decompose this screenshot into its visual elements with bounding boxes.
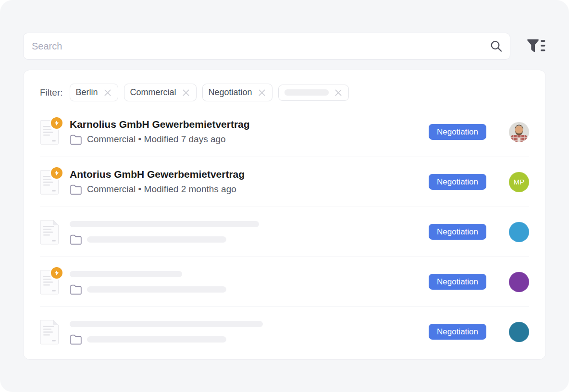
row-meta-text: Commercial • Modified 7 days ago — [87, 133, 226, 146]
skeleton-meta-bar — [87, 336, 226, 343]
avatar[interactable] — [509, 222, 529, 242]
chip-label: Berlin — [76, 87, 98, 98]
chip-skeleton-bar — [284, 89, 329, 96]
filter-chips: Berlin Commercial Negotiation — [70, 84, 349, 101]
filter-row: Filter: Berlin Commercial Negotiation — [24, 70, 545, 107]
filter-chip[interactable] — [278, 85, 349, 101]
filter-icon — [527, 38, 546, 54]
document-row[interactable]: Negotiation — [40, 307, 529, 356]
avatar[interactable] — [509, 122, 529, 142]
filter-label: Filter: — [40, 87, 63, 98]
row-meta — [70, 333, 429, 345]
document-row[interactable]: Karnolius GmbH Gewerbemietvertrag Commer… — [40, 107, 529, 157]
row-title: Antorius GmbH Gewerbemietvertrag — [70, 168, 429, 181]
avatar[interactable] — [509, 322, 529, 342]
app-screen: Filter: Berlin Commercial Negotiation — [0, 0, 569, 392]
filter-chip[interactable]: Commercial — [124, 84, 197, 101]
row-text — [70, 218, 429, 245]
bolt-badge-icon — [49, 116, 64, 130]
top-bar — [23, 33, 548, 60]
skeleton-meta-bar — [87, 236, 226, 243]
row-text: Antorius GmbH Gewerbemietvertrag Commerc… — [70, 168, 429, 196]
row-meta: Commercial • Modified 2 months ago — [70, 183, 429, 196]
search-bar — [23, 33, 510, 60]
folder-icon — [70, 234, 82, 245]
document-row[interactable]: Negotiation — [40, 257, 529, 307]
folder-icon — [70, 334, 82, 345]
folder-icon — [70, 184, 82, 195]
row-text — [70, 318, 429, 345]
row-meta-text: Commercial • Modified 2 months ago — [87, 183, 236, 196]
document-icon — [40, 120, 59, 145]
results-card: Filter: Berlin Commercial Negotiation — [23, 70, 546, 360]
row-title: Karnolius GmbH Gewerbemietvertrag — [70, 118, 429, 131]
close-icon[interactable] — [334, 88, 343, 97]
folder-icon — [70, 284, 82, 295]
filter-chip[interactable]: Negotiation — [202, 84, 272, 101]
avatar-initials: MP — [513, 178, 524, 186]
skeleton-title-bar — [70, 271, 182, 277]
search-input[interactable] — [23, 33, 510, 60]
row-text: Karnolius GmbH Gewerbemietvertrag Commer… — [70, 118, 429, 146]
chip-label: Commercial — [130, 87, 176, 98]
search-icon[interactable] — [490, 40, 503, 53]
status-badge: Negotiation — [429, 224, 486, 240]
avatar[interactable] — [509, 272, 529, 292]
document-icon — [40, 319, 59, 344]
chip-label: Negotiation — [209, 87, 252, 98]
filter-chip[interactable]: Berlin — [70, 84, 118, 101]
status-badge: Negotiation — [429, 274, 486, 290]
document-icon — [40, 220, 59, 245]
close-icon[interactable] — [182, 88, 190, 97]
avatar[interactable]: MP — [509, 172, 529, 192]
filter-button[interactable] — [525, 37, 548, 56]
document-row[interactable]: Negotiation — [40, 207, 529, 257]
bolt-badge-icon — [49, 266, 64, 280]
document-icon — [40, 170, 59, 195]
bolt-badge-icon — [49, 166, 64, 180]
skeleton-title-bar — [70, 221, 259, 227]
folder-icon — [70, 134, 82, 145]
skeleton-meta-bar — [87, 286, 226, 293]
document-row[interactable]: Antorius GmbH Gewerbemietvertrag Commerc… — [40, 157, 529, 207]
row-meta — [70, 233, 429, 245]
close-icon[interactable] — [103, 88, 112, 97]
row-meta: Commercial • Modified 7 days ago — [70, 133, 429, 146]
status-badge: Negotiation — [429, 174, 486, 190]
document-list: Karnolius GmbH Gewerbemietvertrag Commer… — [24, 107, 545, 359]
avatar-photo — [509, 122, 529, 142]
status-badge: Negotiation — [429, 324, 486, 340]
close-icon[interactable] — [258, 88, 266, 97]
document-icon — [40, 270, 59, 294]
row-text — [70, 268, 429, 295]
skeleton-title-bar — [70, 321, 263, 327]
row-meta — [70, 283, 429, 295]
status-badge: Negotiation — [429, 124, 486, 140]
